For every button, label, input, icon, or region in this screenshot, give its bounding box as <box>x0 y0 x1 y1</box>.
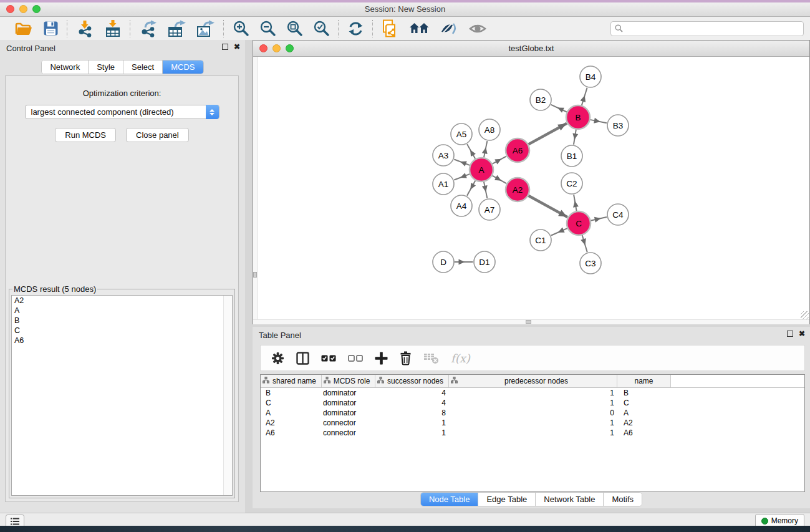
node-A[interactable]: A <box>470 158 493 181</box>
node-D1[interactable]: D1 <box>474 251 495 273</box>
list-icon <box>11 518 19 525</box>
zoom-fit-icon[interactable] <box>286 20 303 37</box>
export-image-icon[interactable] <box>196 20 215 37</box>
result-item[interactable]: A <box>12 306 232 316</box>
node-A6[interactable]: A6 <box>506 138 529 162</box>
zoom-window-button[interactable] <box>32 5 41 13</box>
column-header-shared-name[interactable]: shared name <box>261 375 322 387</box>
table-row[interactable]: A2connector11A2 <box>261 418 804 428</box>
attribute-icon <box>263 377 269 385</box>
cell-shared-name: B <box>261 389 322 397</box>
import-network-icon[interactable] <box>76 20 94 37</box>
node-A5[interactable]: A5 <box>451 123 472 145</box>
tab-edge-table[interactable]: Edge Table <box>478 493 536 506</box>
result-list-scrollbar[interactable] <box>223 296 232 495</box>
criterion-select[interactable]: largest connected component (directed) <box>25 105 219 119</box>
tab-network[interactable]: Network <box>42 60 89 74</box>
network-horizontal-scrollbar[interactable] <box>253 319 809 324</box>
open-file-icon[interactable] <box>14 21 33 37</box>
zoom-in-icon[interactable] <box>233 20 249 37</box>
node-D[interactable]: D <box>433 251 454 273</box>
show-all-networks-icon[interactable] <box>409 21 430 37</box>
table-settings-icon[interactable] <box>271 352 284 365</box>
result-item[interactable]: C <box>12 326 232 336</box>
cell-predecessor-nodes: 0 <box>449 409 617 417</box>
add-column-icon[interactable] <box>375 352 388 365</box>
cell-predecessor-nodes: 1 <box>449 389 617 397</box>
deselect-all-icon[interactable] <box>348 355 363 362</box>
node-B2[interactable]: B2 <box>530 89 551 110</box>
table-row[interactable]: A6connector11A6 <box>261 428 804 438</box>
mcds-result-list[interactable]: A2ABCA6 <box>11 295 233 496</box>
column-header-predecessor-nodes[interactable]: predecessor nodes <box>449 375 617 387</box>
close-window-button[interactable] <box>6 5 14 13</box>
delete-table-icon[interactable] <box>423 352 439 364</box>
close-panel-button[interactable]: Close panel <box>126 128 189 142</box>
resize-grip[interactable] <box>801 311 809 319</box>
column-visibility-icon[interactable] <box>296 352 309 365</box>
function-builder-icon[interactable]: f(x) <box>451 352 470 365</box>
search-field[interactable] <box>610 21 804 36</box>
column-header-name[interactable]: name <box>617 375 671 387</box>
refresh-icon[interactable] <box>347 21 364 37</box>
network-canvas[interactable]: B4B2BB3B1A5A8A6A3AA1A4A7A2C2CC4C1C3DD1 <box>253 57 809 324</box>
network-vertical-scrollbar[interactable] <box>253 57 258 319</box>
table-row[interactable]: Adominator80A <box>261 408 804 418</box>
column-header-successor-nodes[interactable]: successor nodes <box>375 375 449 387</box>
network-graph[interactable]: B4B2BB3B1A5A8A6A3AA1A4A7A2C2CC4C1C3DD1 <box>253 57 809 320</box>
run-mcds-button[interactable]: Run MCDS <box>55 128 116 142</box>
arrowhead <box>581 238 586 245</box>
scroll-handle[interactable] <box>253 272 257 278</box>
delete-column-icon[interactable] <box>400 351 412 365</box>
network-close-button[interactable] <box>259 44 268 52</box>
hide-graphics-details-icon[interactable] <box>440 21 458 37</box>
column-header-MCDS-role[interactable]: MCDS role <box>322 375 375 387</box>
zoom-selected-icon[interactable] <box>313 20 330 37</box>
export-network-icon[interactable] <box>139 20 158 37</box>
node-C[interactable]: C <box>567 211 591 235</box>
show-hide-eye-icon[interactable] <box>468 21 487 36</box>
save-session-icon[interactable] <box>43 21 59 36</box>
node-label: D <box>440 258 446 267</box>
result-item[interactable]: B <box>12 316 232 326</box>
node-C3[interactable]: C3 <box>580 253 601 274</box>
tab-select[interactable]: Select <box>123 60 163 74</box>
node-A3[interactable]: A3 <box>433 145 454 166</box>
close-panel-icon[interactable]: ✖ <box>234 44 240 50</box>
node-A1[interactable]: A1 <box>433 173 454 195</box>
zoom-out-icon[interactable] <box>259 20 276 37</box>
result-item[interactable]: A6 <box>12 336 232 346</box>
export-table-icon[interactable] <box>168 20 186 37</box>
new-network-from-selection-icon[interactable] <box>382 19 399 38</box>
node-A8[interactable]: A8 <box>479 119 500 140</box>
search-input[interactable] <box>626 24 799 34</box>
node-A4[interactable]: A4 <box>451 195 472 216</box>
node-A7[interactable]: A7 <box>479 199 500 220</box>
node-B4[interactable]: B4 <box>580 66 601 87</box>
float-panel-icon[interactable] <box>222 44 228 50</box>
network-zoom-button[interactable] <box>286 44 294 52</box>
minimize-window-button[interactable] <box>19 5 27 13</box>
node-A2[interactable]: A2 <box>506 178 529 201</box>
result-item[interactable]: A2 <box>12 296 232 306</box>
tab-motifs[interactable]: Motifs <box>604 493 642 506</box>
scroll-handle[interactable] <box>526 320 531 324</box>
close-panel-icon[interactable]: ✖ <box>799 331 805 337</box>
table-row[interactable]: Cdominator41C <box>261 398 804 408</box>
float-panel-icon[interactable] <box>787 331 793 337</box>
node-C4[interactable]: C4 <box>607 204 629 225</box>
node-C2[interactable]: C2 <box>561 173 582 194</box>
node-B1[interactable]: B1 <box>561 145 582 167</box>
network-minimize-button[interactable] <box>272 44 281 52</box>
select-all-icon[interactable] <box>321 355 336 362</box>
tab-node-table[interactable]: Node Table <box>421 493 479 506</box>
table-row[interactable]: Bdominator41B <box>261 388 804 398</box>
node-C1[interactable]: C1 <box>530 230 551 251</box>
mcds-result-title: MCDS result (5 nodes) <box>12 284 97 294</box>
node-B[interactable]: B <box>566 105 590 129</box>
tab-style[interactable]: Style <box>89 60 123 74</box>
tab-mcds[interactable]: MCDS <box>163 60 203 74</box>
import-table-icon[interactable] <box>104 20 122 37</box>
tab-network-table[interactable]: Network Table <box>536 493 604 506</box>
node-B3[interactable]: B3 <box>607 115 629 136</box>
